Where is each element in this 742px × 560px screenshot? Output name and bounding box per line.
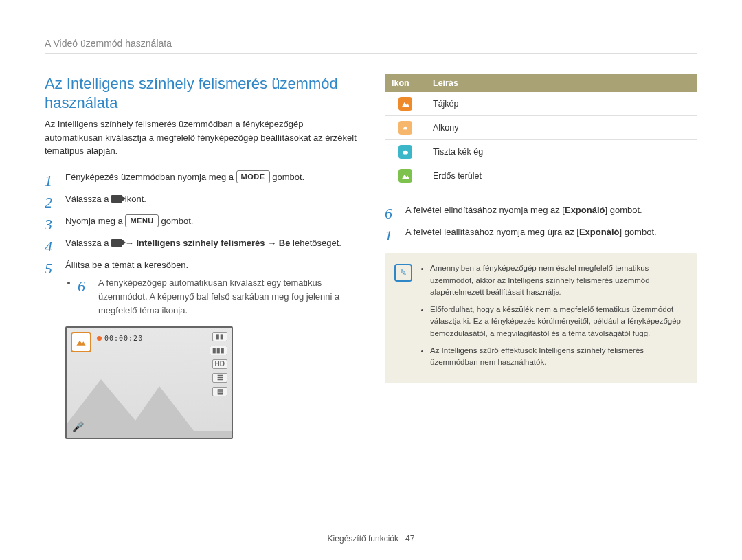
preview-mountain — [67, 362, 232, 438]
step-4: Válassza a → Intelligens színhely felism… — [45, 236, 357, 250]
footer-label: Kiegészítő funkciók — [328, 534, 398, 544]
desc-cell: Tiszta kék ég — [426, 140, 697, 164]
step-4-text-d: lehetőséget. — [293, 238, 341, 248]
note-box: ✎ Amennyiben a fényképezőgép nem észlel … — [385, 253, 697, 383]
step-1: Fényképezés üzemmódban nyomja meg a MODE… — [45, 170, 357, 184]
table-row: Tiszta kék ég — [385, 140, 697, 164]
landscape-icon — [76, 338, 87, 346]
step-7-text-a: A felvétel leállításához nyomja meg újra… — [405, 227, 579, 237]
steps-list-right: A felvétel elindításához nyomja meg az [… — [385, 203, 697, 239]
step-4-arrow-1: → — [125, 238, 137, 248]
table-head: Ikon Leírás — [385, 74, 697, 92]
page-number: 47 — [405, 534, 414, 544]
page: A Videó üzemmód használata Az Intelligen… — [0, 0, 742, 560]
scene-icon-box — [71, 332, 91, 352]
step-4-text-a: Válassza a — [65, 238, 111, 248]
sunset-icon — [398, 121, 412, 135]
step-4-arrow-2: → — [267, 238, 279, 248]
step-1-text-a: Fényképezés üzemmódban nyomja meg a — [65, 172, 236, 182]
svg-rect-1 — [401, 129, 409, 132]
step-1-text-b: gombot. — [272, 172, 304, 182]
microphone-icon: 🎤 — [72, 421, 84, 432]
timer-text: 00:00:20 — [104, 335, 143, 342]
video-icon — [111, 195, 122, 203]
intro-paragraph: Az Intelligens színhely felismerés üzemm… — [45, 117, 357, 158]
note-list: Amennyiben a fényképezőgép nem észlel me… — [420, 262, 686, 368]
landscape-icon — [398, 97, 412, 111]
note-item: Amennyiben a fényképezőgép nem észlel me… — [430, 262, 686, 298]
page-title: Az Intelligens színhely felismerés üzemm… — [45, 74, 357, 112]
note-icon: ✎ — [394, 264, 412, 282]
step-6-text-b: ] gombot. — [605, 205, 642, 215]
key-mode: MODE — [236, 170, 270, 183]
step-6-text-a: A felvétel elindításához nyomja meg az [ — [405, 205, 565, 215]
step-2-text-b: ikont. — [125, 194, 146, 204]
step-2: Válassza a ikont. — [45, 192, 357, 206]
column-right: Ikon Leírás Tájkép — [385, 74, 697, 439]
step-5-text: Állítsa be a témát a keresőben. — [65, 260, 188, 270]
th-desc: Leírás — [426, 74, 697, 92]
icon-cell — [385, 164, 426, 188]
step-5-sub: A fényképezőgép automatikusan kiválaszt … — [78, 276, 357, 317]
record-timer: 00:00:20 — [97, 335, 143, 342]
content-columns: Az Intelligens színhely felismerés üzemm… — [45, 74, 697, 439]
step-2-text-a: Válassza a — [65, 194, 111, 204]
record-dot-icon — [97, 336, 102, 341]
column-left: Az Intelligens színhely felismerés üzemm… — [45, 74, 357, 439]
step-3-text-a: Nyomja meg a — [65, 216, 125, 226]
step-3-text-b: gombot. — [161, 216, 193, 226]
step-5-sublist: A fényképezőgép automatikusan kiválaszt … — [65, 276, 357, 317]
step-7-text-b: ] gombot. — [619, 227, 656, 237]
note-item: Előfordulhat, hogy a készülék nem a megf… — [430, 304, 686, 339]
icon-cell — [385, 140, 426, 164]
table-row: Tájkép — [385, 92, 697, 116]
step-6-bold: Exponáló — [565, 205, 605, 215]
desc-cell: Alkony — [426, 116, 697, 140]
step-4-bold-2: Be — [279, 238, 291, 248]
note-item: Az Intelligens szűrő effektusok Intellig… — [430, 345, 686, 369]
table-row: Alkony — [385, 116, 697, 140]
step-4-bold-1: Intelligens színhely felismerés — [136, 238, 265, 248]
step-6: A felvétel elindításához nyomja meg az [… — [385, 203, 697, 217]
camera-preview: 00:00:20 ▮▮ ▮▮▮ HD ☰ ▤ 🎤 — [65, 326, 233, 439]
th-icon: Ikon — [385, 74, 426, 92]
table-row: Erdős terület — [385, 164, 697, 188]
svg-point-2 — [403, 151, 408, 155]
desc-cell: Erdős terület — [426, 164, 697, 188]
breadcrumb: A Videó üzemmód használata — [45, 38, 697, 54]
forest-icon — [398, 169, 412, 183]
key-menu: MENU — [125, 214, 158, 227]
video-icon — [111, 239, 122, 247]
badge-0: ▮▮ — [212, 332, 227, 341]
icon-description-table: Ikon Leírás Tájkép — [385, 74, 697, 188]
badge-1: ▮▮▮ — [210, 346, 227, 355]
steps-list-left: Fényképezés üzemmódban nyomja meg a MODE… — [45, 170, 357, 318]
step-7-bold: Exponáló — [579, 227, 620, 237]
step-3: Nyomja meg a MENU gombot. — [45, 214, 357, 228]
page-footer: Kiegészítő funkciók 47 — [0, 534, 742, 544]
desc-cell: Tájkép — [426, 92, 697, 116]
icon-cell — [385, 116, 426, 140]
clear-sky-icon — [398, 145, 412, 159]
step-5: Állítsa be a témát a keresőben. A fényké… — [45, 258, 357, 318]
step-7: A felvétel leállításához nyomja meg újra… — [385, 225, 697, 239]
icon-cell — [385, 92, 426, 116]
